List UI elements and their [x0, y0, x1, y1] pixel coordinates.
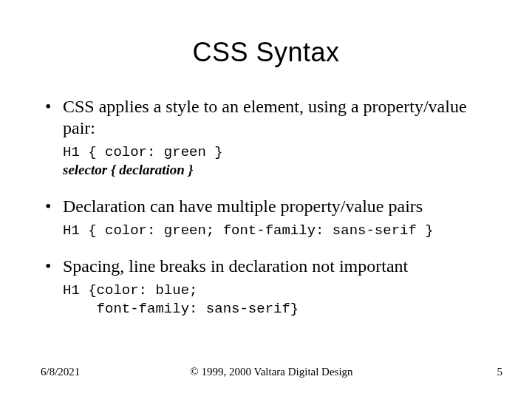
slide: CSS Syntax CSS applies a style to an ele…: [0, 0, 532, 399]
slide-footer: 6/8/2021 © 1999, 2000 Valtara Digital De…: [41, 366, 502, 378]
annotation-1: selector { declaration }: [63, 161, 502, 180]
bullet-2: Declaration can have multiple property/v…: [41, 196, 502, 217]
slide-body: CSS applies a style to an element, using…: [41, 96, 502, 318]
code-example-2: H1 { color: green; font-family: sans-ser…: [63, 222, 502, 240]
code-example-1: H1 { color: green }: [63, 143, 502, 162]
code-example-3: H1 {color: blue; font-family: sans-serif…: [63, 282, 502, 318]
footer-page-number: 5: [497, 366, 503, 378]
footer-copyright: © 1999, 2000 Valtara Digital Design: [41, 366, 502, 378]
bullet-1: CSS applies a style to an element, using…: [41, 96, 502, 139]
bullet-3: Spacing, line breaks in declaration not …: [41, 256, 502, 277]
footer-date: 6/8/2021: [41, 366, 80, 378]
slide-title: CSS Syntax: [0, 37, 532, 68]
